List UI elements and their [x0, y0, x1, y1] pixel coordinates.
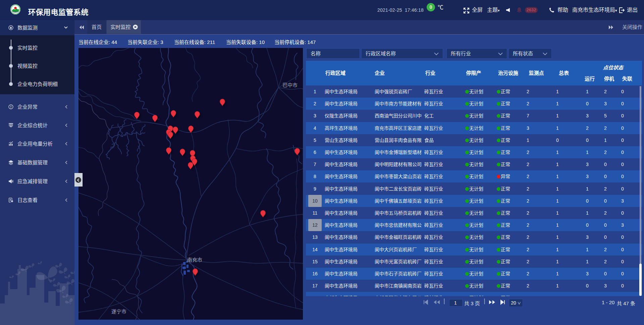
svg-text:南充市: 南充市 [187, 257, 202, 263]
svg-text:巴中市: 巴中市 [282, 82, 298, 88]
svg-text:遂宁市: 遂宁市 [111, 309, 126, 314]
